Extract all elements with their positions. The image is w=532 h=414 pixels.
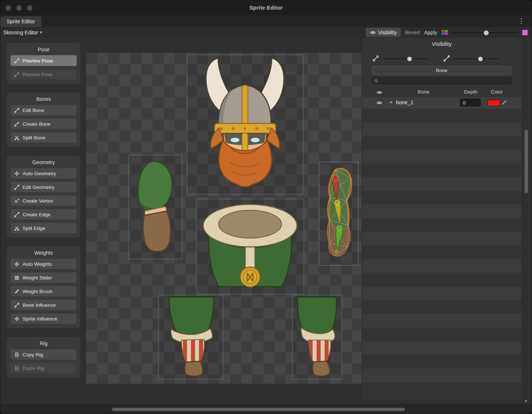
visibility-toggle-label: Visibility (378, 30, 396, 35)
eyedropper-icon[interactable] (502, 99, 507, 106)
sprite-canvas[interactable] (86, 53, 362, 384)
edit-bone-label: Edit Bone (23, 108, 44, 113)
window-title: Sprite Editor (0, 0, 532, 15)
bone-icon (14, 72, 20, 77)
alpha-slider-thumb[interactable] (484, 30, 489, 35)
zoom-window-button[interactable] (27, 5, 33, 11)
weight-slider-button[interactable]: Weight Slider (10, 272, 77, 283)
tab-strip: Sprite Editor ⋮ (0, 15, 532, 27)
bone-opacity-track (383, 58, 429, 59)
create-bone-button[interactable]: Create Bone (10, 118, 77, 129)
tools-sidebar: Pose Preview Pose Restore Pose Bones Edi… (6, 43, 81, 378)
auto-geometry-label: Auto Geometry (23, 171, 56, 176)
eye-column-icon (376, 89, 382, 95)
sprite-viking-left-leg[interactable] (158, 295, 223, 379)
bone-search-input[interactable] (372, 77, 512, 84)
sprite-viking-right-leg[interactable] (292, 295, 342, 379)
visibility-sliders (362, 54, 521, 64)
viking-left-leg-art (159, 295, 223, 379)
document-icon (14, 352, 20, 357)
chevron-down-icon: ▾ (40, 30, 42, 35)
auto-weights-label: Auto Weights (23, 261, 52, 267)
bone-visibility-eye-icon[interactable] (376, 100, 382, 106)
column-bone[interactable]: Bone (392, 89, 455, 95)
mode-dropdown[interactable]: Skinning Editor ▾ (3, 27, 42, 38)
copy-rig-label: Copy Rig (23, 352, 43, 357)
auto-weights-button[interactable]: Auto Weights (10, 258, 77, 269)
bone-plus-icon (14, 121, 20, 127)
create-bone-label: Create Bone (23, 121, 51, 127)
bone-opacity-icon (372, 55, 379, 62)
weight-brush-button[interactable]: Weight Brush (10, 286, 77, 297)
column-depth[interactable]: Depth (459, 89, 482, 95)
color-channels-icon[interactable] (441, 30, 448, 35)
disclosure-triangle-icon[interactable]: ▶ (390, 100, 393, 104)
weight-slider-label: Weight Slider (23, 275, 52, 281)
vertex-plus-icon (14, 198, 20, 204)
bone-influence-button[interactable]: Bone Influence (10, 299, 77, 310)
revert-button[interactable]: Revert (405, 30, 420, 35)
sprite-viking-head[interactable] (187, 55, 303, 194)
panel-pose-title: Pose (10, 47, 77, 52)
window-controls (6, 5, 33, 11)
bone-row[interactable]: ▶ bone_1 0 (362, 97, 521, 109)
bone-icon (14, 58, 20, 64)
viking-arm-mesh-art (319, 162, 358, 265)
bone-tab[interactable]: Bone (372, 66, 511, 75)
clipboard-icon (14, 366, 20, 371)
edit-geometry-button[interactable]: Edit Geometry (10, 181, 77, 193)
sprite-viking-arm-mesh[interactable] (319, 162, 358, 265)
close-window-button[interactable] (6, 5, 11, 11)
minimize-window-button[interactable] (16, 5, 22, 11)
auto-geometry-button[interactable]: Auto Geometry (10, 168, 77, 179)
apply-button[interactable]: Apply (424, 30, 437, 35)
restore-pose-label: Restore Pose (23, 72, 53, 77)
sprite-overlay-icon[interactable] (522, 30, 528, 35)
viking-torso-art (197, 199, 304, 294)
title-bar: Sprite Editor (0, 0, 532, 16)
panel-weights-title: Weights (10, 250, 77, 256)
create-vertex-button[interactable]: Create Vertex (10, 195, 77, 206)
split-edge-button[interactable]: Split Edge (10, 223, 77, 234)
sparkle-icon (14, 261, 20, 267)
bone-icon (14, 108, 20, 113)
bone-depth-field[interactable]: 0 (460, 99, 481, 106)
tab-sprite-editor[interactable]: Sprite Editor (0, 16, 41, 27)
create-edge-label: Create Edge (23, 212, 51, 217)
dot-grid-icon (14, 275, 20, 281)
column-color[interactable]: Color (485, 89, 508, 95)
mesh-opacity-thumb[interactable] (478, 57, 483, 61)
visibility-panel: Visibility Bone Bone Depth Color ▶ bone_… (362, 38, 521, 399)
paste-rig-button: Paste Rig (10, 363, 77, 374)
panel-pose: Pose Preview Pose Restore Pose (6, 43, 81, 84)
sprite-viking-torso[interactable] (196, 199, 304, 294)
sparkle-icon (14, 171, 20, 176)
bone-color-swatch[interactable] (487, 100, 500, 106)
visibility-panel-title: Visibility (362, 41, 521, 47)
split-bone-button[interactable]: Split Bone (10, 132, 77, 143)
bone-opacity-thumb[interactable] (407, 57, 412, 61)
panel-geometry-title: Geometry (10, 159, 77, 165)
viking-head-art (187, 55, 303, 194)
sprite-influence-button[interactable]: Sprite Influence (10, 313, 77, 324)
create-edge-button[interactable]: Create Edge (10, 209, 77, 220)
scissors-icon (14, 135, 20, 140)
horizontal-scrollbar-thumb[interactable] (112, 408, 405, 411)
horizontal-scrollbar[interactable] (0, 404, 532, 414)
sprite-viking-mitten-arm[interactable] (129, 155, 182, 259)
panel-weights: Weights Auto Weights Weight Slider Weigh… (6, 246, 81, 329)
copy-rig-button[interactable]: Copy Rig (10, 349, 77, 360)
bone-name[interactable]: bone_1 (396, 99, 413, 105)
vertical-scrollbar-thumb[interactable] (525, 130, 528, 193)
scroll-down-arrow-icon[interactable]: ▼ (524, 399, 528, 403)
mesh-opacity-track (454, 58, 499, 59)
edit-bone-button[interactable]: Edit Bone (10, 105, 77, 116)
bone-table-header: Bone Depth Color (362, 88, 521, 97)
restore-pose-button: Restore Pose (10, 69, 77, 80)
visibility-toggle-button[interactable]: Visibility (366, 28, 400, 37)
alpha-slider[interactable] (452, 28, 518, 37)
kebab-menu-icon[interactable]: ⋮ (518, 17, 525, 26)
panel-bones-title: Bones (10, 96, 77, 102)
brush-icon (14, 289, 20, 294)
preview-pose-button[interactable]: Preview Pose (10, 55, 77, 66)
